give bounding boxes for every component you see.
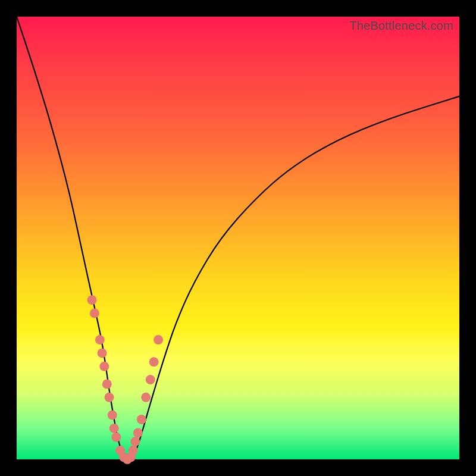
data-point xyxy=(105,393,114,402)
data-point xyxy=(90,309,99,318)
data-point xyxy=(149,357,159,367)
data-point xyxy=(154,335,163,345)
data-point xyxy=(129,446,138,455)
data-point xyxy=(108,411,117,420)
data-point xyxy=(95,335,105,345)
bottleneck-curve xyxy=(17,17,459,459)
data-point xyxy=(109,424,119,433)
data-point xyxy=(111,433,121,442)
data-point xyxy=(99,362,109,371)
plot-area: TheBottleneck.com xyxy=(17,17,459,459)
chart-frame: TheBottleneck.com xyxy=(0,0,476,476)
data-point xyxy=(98,348,107,358)
data-point xyxy=(133,428,143,437)
data-point xyxy=(137,415,146,424)
data-point xyxy=(102,380,112,389)
data-point xyxy=(141,393,151,402)
data-point xyxy=(130,437,140,446)
data-point xyxy=(146,375,155,384)
data-point xyxy=(87,295,97,305)
